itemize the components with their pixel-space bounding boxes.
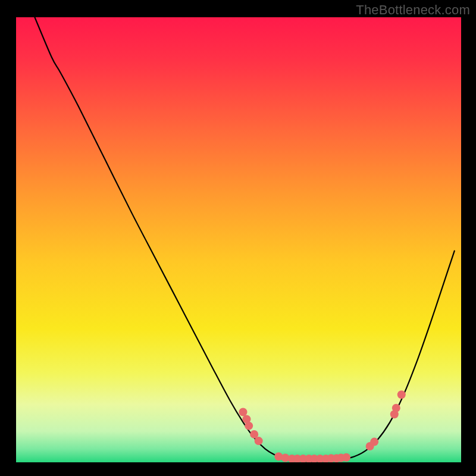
- bottleneck-curve-chart: [0, 0, 476, 476]
- data-point: [392, 404, 400, 412]
- data-point: [255, 437, 263, 445]
- data-point: [245, 422, 253, 430]
- data-point: [370, 438, 378, 446]
- chart-container: TheBottleneck.com: [0, 0, 476, 476]
- watermark-label: TheBottleneck.com: [356, 2, 470, 18]
- plot-background: [16, 17, 461, 462]
- data-point: [342, 453, 350, 462]
- data-point: [397, 390, 406, 399]
- data-point: [239, 408, 247, 416]
